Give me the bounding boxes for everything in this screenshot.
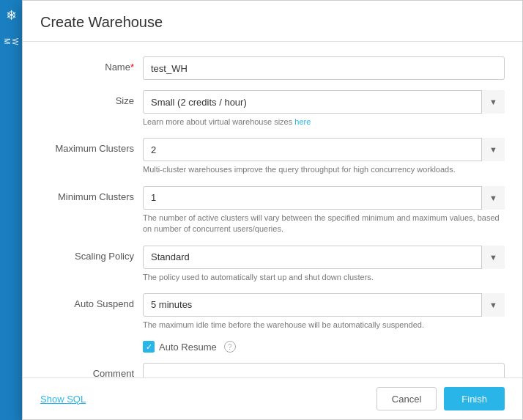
auto-suspend-row: Auto Suspend 1 minute 5 minutes 10 minut…	[40, 293, 505, 331]
snowflake-icon: ❄	[6, 7, 17, 23]
scaling-policy-control-wrap: Standard Economy ▼ The policy used to au…	[143, 246, 505, 283]
create-warehouse-dialog: Create Warehouse Name* Size X-Small	[22, 0, 523, 420]
auto-resume-checkbox[interactable]: ✓	[143, 341, 155, 353]
comment-row: Comment	[40, 363, 505, 377]
dialog-footer: Show SQL Cancel Finish	[23, 377, 522, 419]
max-clusters-select[interactable]: 1 2 3 4 5	[143, 138, 505, 161]
min-clusters-hint: The number of active clusters will vary …	[143, 213, 505, 235]
max-clusters-select-wrap: 1 2 3 4 5 ▼	[143, 138, 505, 161]
min-clusters-label: Minimum Clusters	[40, 186, 143, 202]
min-clusters-select-wrap: 1 2 3 4 5 ▼	[143, 186, 505, 210]
dialog-body: Name* Size X-Small (1 credit / hour) Sma…	[23, 42, 522, 377]
size-control-wrap: X-Small (1 credit / hour) Small (2 credi…	[143, 90, 505, 128]
size-label: Size	[40, 90, 143, 106]
min-clusters-control-wrap: 1 2 3 4 5 ▼ The number of active cluster…	[143, 186, 505, 235]
comment-input[interactable]	[143, 363, 505, 377]
auto-resume-row: ✓ Auto Resume ?	[40, 341, 505, 353]
size-hint-link[interactable]: here	[294, 117, 311, 126]
name-label: Name*	[40, 56, 143, 73]
max-clusters-row: Maximum Clusters 1 2 3 4 5 ▼	[40, 138, 505, 175]
min-clusters-row: Minimum Clusters 1 2 3 4 5 ▼	[40, 186, 505, 235]
finish-button[interactable]: Finish	[444, 387, 505, 410]
auto-suspend-hint: The maximum idle time before the warehou…	[143, 320, 505, 331]
min-clusters-select[interactable]: 1 2 3 4 5	[143, 186, 505, 210]
footer-buttons: Cancel Finish	[377, 387, 505, 410]
auto-resume-help-icon[interactable]: ?	[224, 341, 236, 353]
scaling-policy-hint: The policy used to automatically start u…	[143, 272, 505, 283]
size-hint: Learn more about virtual warehouse sizes…	[143, 117, 505, 128]
auto-resume-label: Auto Resume	[159, 342, 217, 353]
scaling-policy-select-wrap: Standard Economy ▼	[143, 246, 505, 269]
name-control-wrap	[143, 56, 505, 80]
max-clusters-control-wrap: 1 2 3 4 5 ▼ Multi-cluster warehouses imp…	[143, 138, 505, 175]
size-select-wrap: X-Small (1 credit / hour) Small (2 credi…	[143, 90, 505, 114]
auto-resume-wrap: ✓ Auto Resume ?	[143, 341, 236, 353]
max-clusters-hint: Multi-cluster warehouses improve the que…	[143, 164, 505, 175]
name-input[interactable]	[143, 56, 505, 80]
sidebar: ❄ WM	[0, 0, 22, 420]
show-sql-button[interactable]: Show SQL	[40, 394, 86, 405]
dialog-header: Create Warehouse	[23, 1, 522, 42]
max-clusters-label: Maximum Clusters	[40, 138, 143, 154]
sidebar-text: WM	[3, 38, 19, 45]
checkmark-icon: ✓	[146, 343, 152, 351]
comment-control-wrap	[143, 363, 505, 377]
size-row: Size X-Small (1 credit / hour) Small (2 …	[40, 90, 505, 128]
auto-suspend-label: Auto Suspend	[40, 293, 143, 309]
scaling-policy-label: Scaling Policy	[40, 246, 143, 262]
auto-suspend-select-wrap: 1 minute 5 minutes 10 minutes 15 minutes…	[143, 293, 505, 317]
scaling-policy-row: Scaling Policy Standard Economy ▼ The po…	[40, 246, 505, 283]
auto-suspend-select[interactable]: 1 minute 5 minutes 10 minutes 15 minutes…	[143, 293, 505, 317]
size-select[interactable]: X-Small (1 credit / hour) Small (2 credi…	[143, 90, 505, 114]
dialog-title: Create Warehouse	[40, 14, 505, 31]
name-row: Name*	[40, 56, 505, 80]
scaling-policy-select[interactable]: Standard Economy	[143, 246, 505, 269]
auto-suspend-control-wrap: 1 minute 5 minutes 10 minutes 15 minutes…	[143, 293, 505, 331]
comment-label: Comment	[40, 363, 143, 377]
cancel-button[interactable]: Cancel	[377, 387, 437, 410]
